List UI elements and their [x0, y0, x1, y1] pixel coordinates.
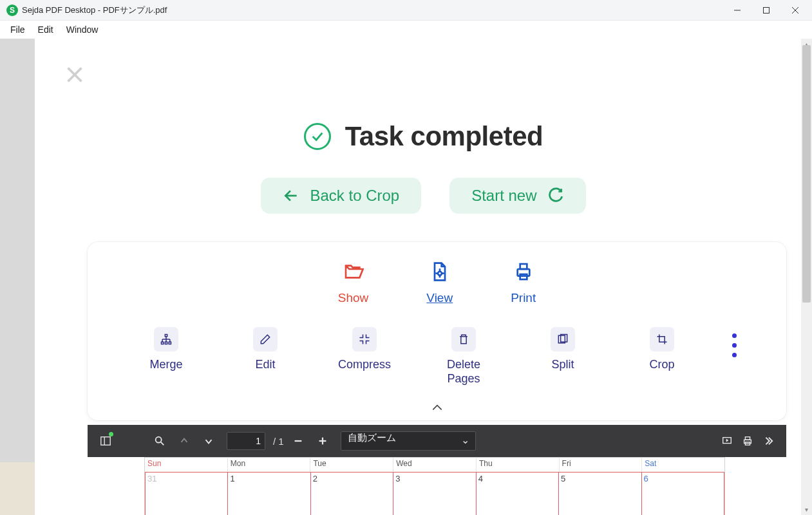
window-title: Sejda PDF Desktop - PDFサンプル.pdf: [22, 5, 722, 16]
view-button[interactable]: View: [426, 261, 453, 305]
sidebar-toggle-button[interactable]: [95, 431, 116, 451]
back-to-crop-button[interactable]: Back to Crop: [261, 178, 421, 214]
pdf-viewer-toolbar: / 1 自動ズーム: [88, 425, 786, 457]
svg-point-7: [438, 272, 442, 276]
split-button[interactable]: Split: [534, 327, 592, 372]
refresh-icon: [547, 187, 564, 204]
back-label: Back to Crop: [310, 187, 399, 205]
zoom-in-button[interactable]: [312, 431, 333, 451]
print-label: Print: [511, 291, 536, 305]
merge-icon: [154, 327, 178, 351]
cal-cell: 4: [477, 472, 559, 515]
svg-rect-1: [763, 7, 769, 13]
menubar: File Edit Window: [0, 21, 812, 39]
cal-cell: 6: [642, 472, 724, 515]
view-label: View: [426, 291, 453, 305]
merge-button[interactable]: Merge: [137, 327, 195, 372]
task-completed-header: Task completed: [35, 121, 812, 152]
svg-rect-32: [745, 437, 750, 440]
compress-button[interactable]: Compress: [335, 327, 393, 372]
compress-icon: [352, 327, 377, 351]
printer-icon: [513, 261, 534, 285]
svg-rect-14: [169, 342, 171, 344]
print-toolbar-button[interactable]: [737, 431, 758, 451]
arrow-left-icon: [283, 187, 299, 204]
cal-header-mon: Mon: [228, 458, 311, 472]
cal-header-wed: Wed: [393, 458, 477, 472]
crop-label: Crop: [649, 358, 674, 372]
cal-header-sun: Sun: [145, 458, 228, 472]
cal-cell: 5: [559, 472, 641, 515]
delete-pages-button[interactable]: Delete Pages: [435, 327, 493, 386]
start-new-button[interactable]: Start new: [449, 178, 585, 214]
cal-cell: 31: [145, 472, 228, 515]
crop-icon: [650, 327, 674, 351]
minimize-button[interactable]: [722, 0, 751, 21]
collapse-button[interactable]: [100, 398, 773, 414]
vertical-scrollbar[interactable]: ▴ ▾: [801, 39, 812, 515]
svg-marker-30: [726, 439, 728, 442]
checkmark-icon: [304, 123, 331, 150]
pdf-page-preview: Sun Mon Tue Wed Thu Fri Sat 31 1 2 3 4 5…: [144, 457, 725, 515]
app-icon: S: [6, 5, 18, 16]
split-label: Split: [551, 358, 574, 372]
menu-file[interactable]: File: [4, 22, 32, 37]
more-toolbar-button[interactable]: [758, 431, 779, 451]
page-total: / 1: [273, 436, 284, 447]
svg-rect-12: [162, 342, 164, 344]
content-area: Task completed Back to Crop Start new Sh…: [35, 39, 812, 515]
compress-label: Compress: [338, 358, 391, 372]
cal-header-thu: Thu: [477, 458, 560, 472]
next-page-button[interactable]: [198, 431, 219, 451]
menu-window[interactable]: Window: [60, 22, 105, 37]
pencil-icon: [253, 327, 278, 351]
scroll-down-arrow[interactable]: ▾: [801, 504, 812, 515]
folder-open-icon: [343, 261, 364, 285]
cal-cell: 3: [393, 472, 476, 515]
show-button[interactable]: Show: [338, 261, 369, 305]
chevron-up-icon: [431, 402, 444, 413]
zoom-out-button[interactable]: [288, 431, 308, 451]
maximize-button[interactable]: [751, 0, 780, 21]
prev-page-button[interactable]: [174, 431, 194, 451]
cal-cell: 2: [311, 472, 393, 515]
cal-cell: 1: [228, 472, 310, 515]
search-button[interactable]: [149, 431, 170, 451]
zoom-select[interactable]: 自動ズーム: [341, 431, 476, 451]
trash-icon: [451, 327, 476, 351]
task-heading: Task completed: [345, 121, 543, 152]
menu-edit[interactable]: Edit: [32, 22, 60, 37]
merge-label: Merge: [149, 358, 182, 372]
split-icon: [551, 327, 575, 351]
cal-header-sat: Sat: [642, 458, 724, 472]
svg-point-24: [156, 437, 162, 443]
tool-card: Show View Print Merge Edit: [88, 242, 786, 420]
close-button[interactable]: [780, 0, 809, 21]
close-icon[interactable]: [66, 66, 84, 86]
edit-button[interactable]: Edit: [236, 327, 294, 372]
svg-rect-22: [101, 437, 110, 445]
show-label: Show: [338, 291, 369, 305]
start-label: Start new: [471, 187, 536, 205]
print-button[interactable]: Print: [511, 261, 536, 305]
presentation-button[interactable]: [717, 431, 737, 451]
svg-rect-13: [165, 342, 167, 344]
titlebar: S Sejda PDF Desktop - PDFサンプル.pdf: [0, 0, 812, 21]
more-tools-button[interactable]: [732, 327, 737, 357]
crop-button[interactable]: Crop: [633, 327, 691, 372]
cal-header-tue: Tue: [310, 458, 393, 472]
left-gutter: [0, 39, 35, 515]
edit-label: Edit: [255, 358, 275, 372]
pdf-file-icon: [430, 261, 450, 285]
scroll-thumb[interactable]: [802, 45, 811, 303]
delete-pages-label: Delete Pages: [435, 358, 493, 386]
svg-line-25: [161, 442, 164, 445]
svg-rect-9: [520, 264, 527, 269]
svg-rect-11: [165, 335, 167, 337]
page-number-input[interactable]: [227, 432, 265, 450]
cal-header-fri: Fri: [560, 458, 643, 472]
